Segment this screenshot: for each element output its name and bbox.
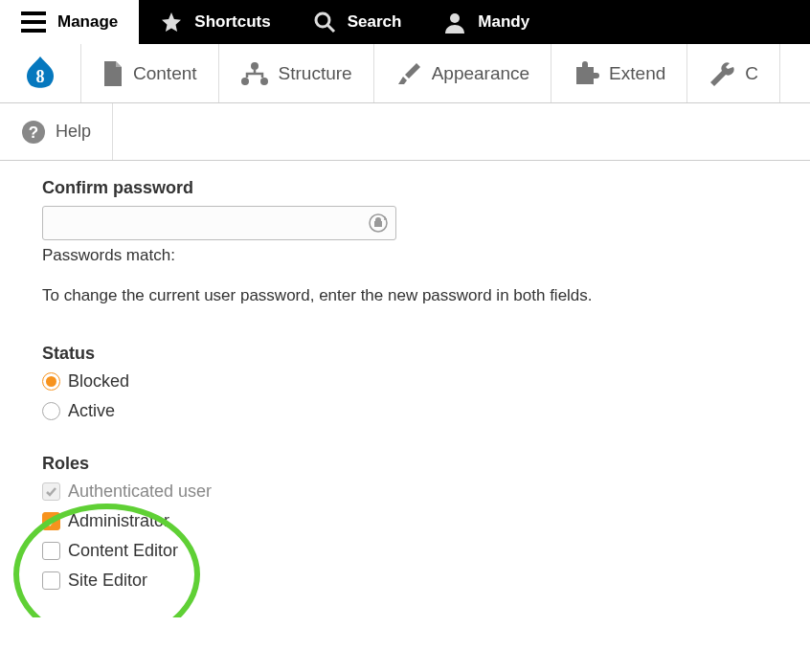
menu-config[interactable]: C xyxy=(687,44,780,102)
status-option-active[interactable]: Active xyxy=(42,401,768,421)
drupal-icon: 8 xyxy=(19,53,61,95)
confirm-password-wrap xyxy=(42,206,396,240)
menu-content-label: Content xyxy=(133,63,197,84)
user-link[interactable]: Mandy xyxy=(422,0,551,44)
menu-help[interactable]: ? Help xyxy=(0,103,113,160)
menu-extend[interactable]: Extend xyxy=(551,44,687,102)
manage-toggle[interactable]: Manage xyxy=(0,0,139,44)
status-option-blocked[interactable]: Blocked xyxy=(42,371,768,392)
tertiary-menu: ? Help xyxy=(0,103,810,161)
hamburger-icon xyxy=(21,11,46,33)
form-content: Confirm password Passwords match: To cha… xyxy=(0,161,810,617)
checkbox-site-editor[interactable] xyxy=(42,571,60,590)
role-administrator[interactable]: Administrator xyxy=(42,511,768,531)
role-authenticated-label: Authenticated user xyxy=(68,482,212,502)
user-label: Mandy xyxy=(478,12,529,32)
menu-config-label: C xyxy=(745,63,758,84)
status-label: Status xyxy=(42,344,768,364)
menu-structure-label: Structure xyxy=(279,63,352,84)
puzzle-icon xyxy=(573,61,599,86)
radio-blocked-label: Blocked xyxy=(68,371,129,392)
checkbox-authenticated xyxy=(42,482,60,501)
menu-appearance[interactable]: Appearance xyxy=(374,44,551,102)
svg-text:8: 8 xyxy=(36,67,45,86)
search-icon xyxy=(313,11,336,34)
checkbox-content-editor[interactable] xyxy=(42,542,60,560)
manage-label: Manage xyxy=(57,12,118,32)
admin-toolbar: Manage Shortcuts Search Mandy xyxy=(0,0,810,44)
hierarchy-icon xyxy=(240,61,269,86)
menu-structure[interactable]: Structure xyxy=(219,44,374,102)
role-authenticated: Authenticated user xyxy=(42,482,768,502)
role-site-editor-label: Site Editor xyxy=(68,571,147,591)
svg-point-7 xyxy=(251,62,259,70)
search-label: Search xyxy=(348,12,402,32)
svg-line-4 xyxy=(327,25,334,32)
role-administrator-label: Administrator xyxy=(68,511,169,531)
checkbox-administrator[interactable] xyxy=(42,512,60,530)
help-icon: ? xyxy=(21,120,46,145)
menu-appearance-label: Appearance xyxy=(432,63,529,84)
drupal-logo[interactable]: 8 xyxy=(0,44,81,102)
role-content-editor[interactable]: Content Editor xyxy=(42,541,768,561)
confirm-password-label: Confirm password xyxy=(42,178,768,198)
svg-text:?: ? xyxy=(29,123,38,142)
svg-rect-0 xyxy=(21,11,46,15)
roles-fieldset: Roles Authenticated user Administrator C… xyxy=(42,454,768,591)
radio-blocked[interactable] xyxy=(42,372,60,391)
radio-active[interactable] xyxy=(42,402,60,420)
svg-point-9 xyxy=(260,78,268,85)
admin-menu: 8 Content Structure Appearance Extend C xyxy=(0,44,810,103)
svg-point-8 xyxy=(241,78,249,85)
password-match-text: Passwords match: xyxy=(42,246,768,265)
shortcuts-link[interactable]: Shortcuts xyxy=(139,0,291,44)
paintbrush-icon xyxy=(395,61,422,86)
user-icon xyxy=(443,11,466,34)
shortcuts-label: Shortcuts xyxy=(194,12,270,32)
svg-rect-1 xyxy=(21,20,46,24)
menu-help-label: Help xyxy=(56,122,91,142)
roles-label: Roles xyxy=(42,454,768,474)
svg-point-3 xyxy=(316,13,329,27)
star-icon xyxy=(160,11,183,34)
file-icon xyxy=(102,61,124,86)
menu-content[interactable]: Content xyxy=(81,44,219,102)
wrench-icon xyxy=(709,61,735,86)
svg-rect-2 xyxy=(21,29,46,33)
search-link[interactable]: Search xyxy=(292,0,423,44)
menu-extend-label: Extend xyxy=(609,63,665,84)
role-site-editor[interactable]: Site Editor xyxy=(42,571,768,591)
confirm-password-input[interactable] xyxy=(42,206,396,240)
svg-point-5 xyxy=(450,13,460,23)
role-content-editor-label: Content Editor xyxy=(68,541,178,561)
radio-active-label: Active xyxy=(68,401,115,421)
status-fieldset: Status Blocked Active xyxy=(42,344,768,421)
password-help-text: To change the current user password, ent… xyxy=(42,286,768,305)
